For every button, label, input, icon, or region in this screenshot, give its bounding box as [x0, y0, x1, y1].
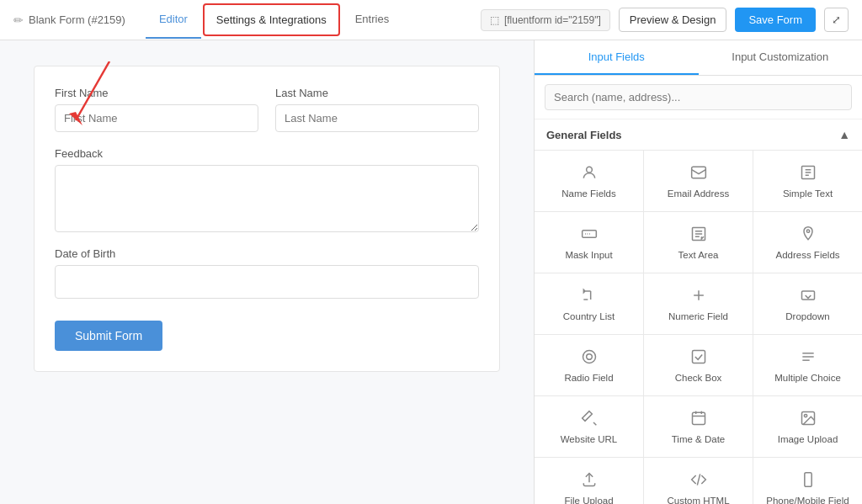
name-fields-label: Name Fields [561, 188, 616, 199]
save-button[interactable]: Save Form [735, 8, 816, 32]
check-box-label: Check Box [675, 373, 722, 383]
tab-input-customization[interactable]: Input Customization [699, 40, 863, 75]
field-tile-phone-mobile[interactable]: Phone/Mobile Field [753, 458, 862, 504]
svg-rect-24 [804, 472, 811, 486]
svg-point-2 [586, 167, 592, 172]
simple-text-label: Simple Text [783, 188, 833, 199]
field-tile-simple-text[interactable]: Simple Text [753, 151, 862, 211]
field-tile-email-address[interactable]: Email Address [644, 151, 753, 211]
file-upload-icon [581, 471, 598, 491]
dob-input[interactable] [55, 265, 479, 299]
dropdown-icon [800, 287, 817, 306]
general-fields-title: General Fields [546, 129, 622, 141]
check-box-icon [690, 348, 707, 368]
mask-input-icon [581, 225, 598, 245]
svg-point-7 [806, 230, 809, 232]
image-upload-icon [800, 410, 817, 429]
country-list-icon [581, 287, 598, 306]
field-tile-custom-html[interactable]: Custom HTML [644, 458, 753, 504]
phone-mobile-icon [800, 471, 817, 491]
field-tile-check-box[interactable]: Check Box [644, 335, 753, 395]
right-panel: Input Fields Input Customization General… [534, 40, 862, 504]
last-name-input[interactable] [275, 104, 479, 132]
field-tile-country-list[interactable]: Country List [535, 273, 643, 334]
feedback-row: Feedback [55, 147, 479, 232]
tab-editor[interactable]: Editor [146, 1, 201, 39]
svg-point-12 [586, 353, 592, 359]
feedback-group: Feedback [55, 147, 479, 232]
tab-entries[interactable]: Entries [342, 1, 402, 39]
tab-settings[interactable]: Settings & Integrations [203, 3, 340, 36]
shortcode-text: [fluentform id="2159"] [504, 14, 601, 26]
simple-text-icon [800, 164, 817, 183]
panel-tabs: Input Fields Input Customization [535, 40, 862, 76]
submit-button[interactable]: Submit Form [55, 321, 162, 351]
first-name-group: First Name [55, 87, 258, 132]
phone-mobile-label: Phone/Mobile Field [766, 496, 849, 505]
file-upload-label: File Upload [564, 496, 613, 505]
last-name-label: Last Name [275, 87, 479, 99]
svg-line-23 [697, 474, 700, 485]
feedback-label: Feedback [55, 147, 479, 160]
field-tile-numeric-field[interactable]: Numeric Field [644, 273, 753, 334]
form-title-text: Blank Form (#2159) [29, 13, 125, 26]
shortcode-icon: ⬚ [490, 14, 499, 26]
field-tile-image-upload[interactable]: Image Upload [753, 396, 862, 457]
text-area-label: Text Area [678, 250, 719, 260]
multiple-choice-icon [800, 348, 817, 368]
dob-row: Date of Birth [55, 247, 479, 299]
field-tile-name-fields[interactable]: Name Fields [535, 151, 643, 211]
email-address-label: Email Address [668, 188, 730, 199]
form-icon: ✏ [13, 13, 24, 27]
field-tile-address-fields[interactable]: Address Fields [753, 212, 862, 273]
dob-label: Date of Birth [55, 247, 479, 260]
radio-field-label: Radio Field [564, 373, 613, 383]
field-tile-radio-field[interactable]: Radio Field [535, 335, 643, 395]
custom-html-label: Custom HTML [667, 496, 729, 505]
website-url-icon [581, 410, 598, 429]
shortcode-box[interactable]: ⬚ [fluentform id="2159"] [481, 9, 610, 31]
first-name-label: First Name [55, 87, 258, 99]
field-tile-multiple-choice[interactable]: Multiple Choice [753, 335, 862, 395]
address-fields-label: Address Fields [775, 250, 839, 260]
fields-panel: General Fields ▲ Name Fields Email Addre… [535, 119, 862, 504]
svg-point-22 [804, 414, 806, 416]
field-tile-text-area[interactable]: Text Area [644, 212, 753, 273]
address-fields-icon [800, 225, 817, 245]
expand-button[interactable]: ⤢ [824, 8, 849, 32]
name-row: First Name Last Name [55, 87, 479, 132]
multiple-choice-label: Multiple Choice [774, 373, 841, 383]
numeric-field-label: Numeric Field [668, 311, 728, 321]
first-name-input[interactable] [55, 104, 258, 132]
svg-rect-17 [692, 412, 705, 424]
main-layout: First Name Last Name Feedback Date of B [0, 40, 862, 504]
dropdown-label: Dropdown [785, 311, 829, 321]
top-bar-left: ✏ Blank Form (#2159) Editor Settings & I… [13, 1, 402, 39]
time-date-label: Time & Date [672, 434, 725, 444]
field-tile-dropdown[interactable]: Dropdown [753, 273, 862, 334]
top-bar-right: ⬚ [fluentform id="2159"] Preview & Desig… [481, 8, 849, 32]
svg-point-11 [583, 350, 595, 363]
website-url-label: Website URL [561, 434, 618, 444]
time-date-icon [690, 410, 707, 429]
image-upload-label: Image Upload [778, 434, 838, 444]
mask-input-label: Mask Input [565, 250, 612, 260]
svg-rect-3 [691, 167, 705, 178]
name-fields-icon [581, 164, 598, 183]
country-list-label: Country List [563, 311, 615, 321]
form-title: ✏ Blank Form (#2159) [13, 13, 125, 27]
field-tile-mask-input[interactable]: Mask Input [535, 212, 643, 273]
tab-input-fields[interactable]: Input Fields [535, 40, 699, 75]
email-address-icon [690, 164, 707, 183]
feedback-input[interactable] [55, 165, 479, 232]
general-section-toggle[interactable]: ▲ [838, 128, 850, 141]
field-tile-file-upload[interactable]: File Upload [535, 458, 643, 504]
field-tile-time-date[interactable]: Time & Date [644, 396, 753, 457]
text-area-icon [690, 225, 707, 245]
top-bar: ✏ Blank Form (#2159) Editor Settings & I… [0, 0, 862, 40]
form-section: First Name Last Name Feedback Date of B [34, 66, 500, 372]
field-tile-website-url[interactable]: Website URL [535, 396, 643, 457]
svg-rect-13 [692, 350, 705, 363]
search-input[interactable] [545, 84, 852, 110]
preview-button[interactable]: Preview & Design [619, 8, 727, 32]
